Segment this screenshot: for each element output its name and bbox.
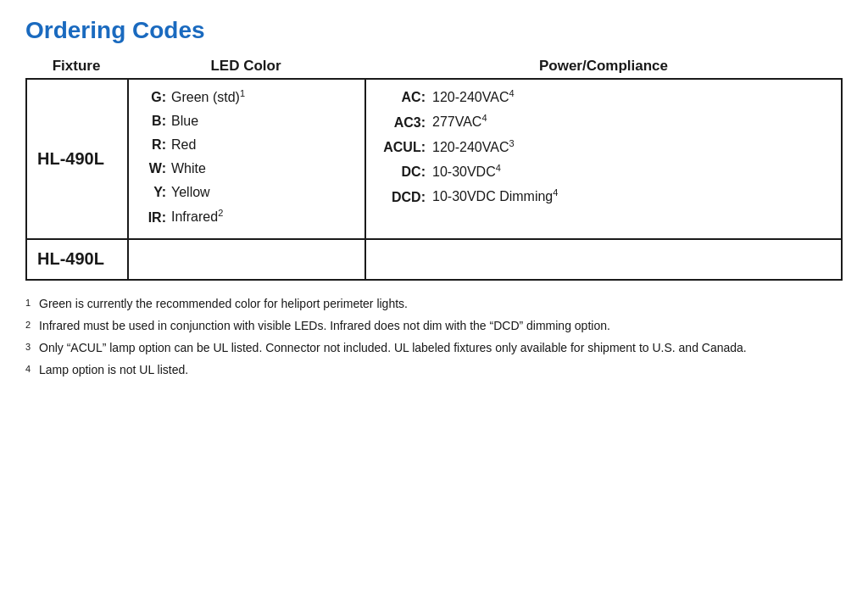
led-code-W: W: (139, 159, 166, 179)
footnote-2: 2 Infrared must be used in conjunction w… (25, 316, 843, 337)
led-code-G: G: (139, 87, 166, 108)
power-code-AC: AC: (376, 87, 426, 108)
power-entry-AC3: AC3: 277VAC4 (376, 111, 831, 132)
power-cell-1: AC: 120-240VAC4 AC3: 277VAC4 ACUL: 120-2… (365, 79, 842, 239)
led-desc-W: White (171, 159, 206, 179)
led-code-Y: Y: (139, 182, 166, 203)
led-cell-2 (128, 239, 365, 280)
led-desc-B: Blue (171, 111, 198, 131)
led-code-IR: IR: (139, 208, 166, 228)
led-desc-IR: Infrared2 (171, 206, 223, 227)
footnote-text-4: Lamp option is not UL listed. (39, 360, 843, 379)
footnote-4: 4 Lamp option is not UL listed. (25, 360, 843, 381)
power-entry-DC: DC: 10-30VDC4 (376, 161, 831, 182)
power-desc-ACUL: 120-240VAC3 (432, 137, 515, 158)
footnote-num-1: 1 (25, 296, 37, 315)
table-row-1: HL-490L G: Green (std)1 B: Blue R: Red W… (26, 79, 842, 239)
led-entry-R: R: Red (139, 135, 354, 155)
power-code-AC3: AC3: (376, 113, 426, 133)
power-desc-AC: 120-240VAC4 (432, 86, 515, 108)
led-entry-B: B: Blue (139, 111, 354, 131)
led-entry-G: G: Green (std)1 (139, 86, 354, 108)
second-ordering-table: HL-490L (25, 238, 843, 281)
table-header: Fixture LED Color Power/Compliance (25, 54, 843, 78)
power-entry-DCD: DCD: 10-30VDC Dimming4 (376, 186, 831, 207)
fixture-model-2: HL-490L (37, 249, 104, 268)
power-code-ACUL: ACUL: (376, 137, 426, 158)
led-desc-R: Red (171, 135, 196, 155)
footnote-num-4: 4 (25, 362, 37, 381)
footnote-num-2: 2 (25, 318, 37, 337)
fixture-column-header: Fixture (25, 54, 127, 78)
power-entry-ACUL: ACUL: 120-240VAC3 (376, 137, 831, 158)
led-entry-IR: IR: Infrared2 (139, 206, 354, 227)
fixture-model-1: HL-490L (37, 149, 104, 168)
fixture-cell-1: HL-490L (26, 79, 128, 239)
power-code-DCD: DCD: (376, 187, 426, 208)
footnote-3: 3 Only “ACUL” lamp option can be UL list… (25, 338, 843, 359)
power-desc-DC: 10-30VDC4 (432, 161, 501, 182)
led-desc-G: Green (std)1 (171, 86, 245, 108)
fixture-cell-2: HL-490L (26, 239, 128, 280)
page-title: Ordering Codes (25, 17, 843, 44)
footnote-num-3: 3 (25, 340, 37, 359)
led-column-header: LED Color (127, 54, 364, 78)
footnote-text-2: Infrared must be used in conjunction wit… (39, 316, 843, 335)
power-entry-AC: AC: 120-240VAC4 (376, 86, 831, 108)
led-desc-Y: Yellow (171, 182, 210, 203)
led-entry-W: W: White (139, 159, 354, 179)
footnote-1: 1 Green is currently the recommended col… (25, 294, 843, 315)
ordering-table: HL-490L G: Green (std)1 B: Blue R: Red W… (25, 78, 843, 240)
power-cell-2 (365, 239, 842, 280)
power-code-DC: DC: (376, 162, 426, 182)
led-cell-1: G: Green (std)1 B: Blue R: Red W: White … (128, 79, 365, 239)
power-desc-AC3: 277VAC4 (432, 111, 487, 132)
footnotes-section: 1 Green is currently the recommended col… (25, 294, 843, 382)
table-row-2: HL-490L (26, 239, 842, 280)
power-column-header: Power/Compliance (364, 54, 843, 78)
power-desc-DCD: 10-30VDC Dimming4 (432, 186, 558, 207)
footnote-text-1: Green is currently the recommended color… (39, 294, 843, 313)
led-code-R: R: (139, 135, 166, 155)
led-code-B: B: (139, 111, 166, 131)
footnote-text-3: Only “ACUL” lamp option can be UL listed… (39, 338, 843, 357)
led-entry-Y: Y: Yellow (139, 182, 354, 203)
